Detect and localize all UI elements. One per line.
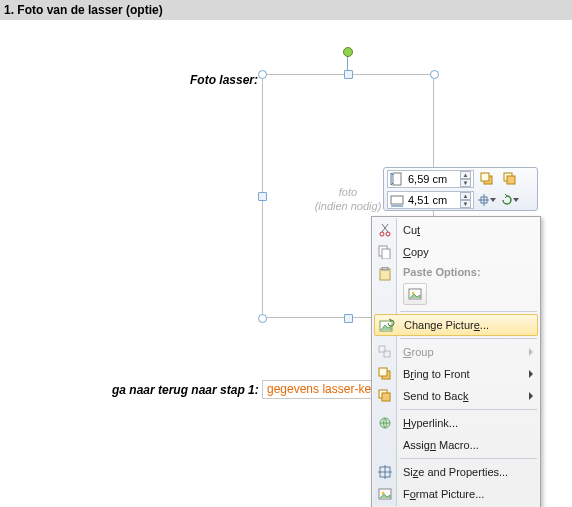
resize-handle-t[interactable]	[344, 70, 353, 79]
mini-toolbar: ▲▼ ▲▼	[383, 167, 538, 211]
menu-label: Format Picture...	[403, 488, 484, 500]
menu-item-bring-to-front[interactable]: Bring to Front	[373, 363, 539, 385]
menu-item-send-to-back[interactable]: Send to Back	[373, 385, 539, 407]
menu-label: Bring to Front	[403, 368, 470, 380]
bring-forward-icon	[480, 172, 494, 186]
paste-option-picture[interactable]	[403, 283, 427, 305]
cut-icon	[377, 222, 393, 238]
menu-separator	[400, 458, 537, 459]
height-spinner[interactable]: ▲▼	[460, 171, 471, 187]
size-properties-icon	[377, 464, 393, 480]
go-back-link[interactable]: gegevens lasser-keu	[262, 380, 383, 399]
svg-rect-25	[379, 368, 387, 376]
copy-icon	[377, 244, 393, 260]
rotate-button[interactable]	[500, 191, 520, 209]
resize-handle-bl[interactable]	[258, 314, 267, 323]
hyperlink-icon	[377, 415, 393, 431]
send-backward-button[interactable]	[500, 170, 520, 188]
document-body: Foto lasser: foto (indien nodig) ga naar…	[0, 20, 572, 48]
paste-icon	[377, 266, 393, 282]
chevron-down-icon	[513, 198, 519, 202]
resize-handle-l[interactable]	[258, 192, 267, 201]
submenu-arrow-icon	[529, 392, 533, 400]
picture-paste-icon	[408, 287, 422, 301]
assign-macro-icon	[377, 437, 393, 453]
menu-separator	[400, 338, 537, 339]
menu-item-paste-options: Paste Options:	[373, 263, 539, 281]
svg-rect-5	[507, 176, 515, 184]
placeholder-line1: foto	[339, 186, 357, 198]
menu-item-hyperlink[interactable]: Hyperlink...	[373, 412, 539, 434]
menu-label: Paste Options:	[403, 266, 481, 278]
context-menu: Cut Copy Paste Options: Change Picture..…	[371, 216, 541, 507]
menu-label: Size and Properties...	[403, 466, 508, 478]
send-to-back-icon	[377, 388, 393, 404]
resize-handle-tr[interactable]	[430, 70, 439, 79]
menu-item-cut[interactable]: Cut	[373, 219, 539, 241]
height-input[interactable]	[407, 173, 457, 185]
menu-label: Assign Macro...	[403, 439, 479, 451]
menu-item-size-properties[interactable]: Size and Properties...	[373, 461, 539, 483]
svg-rect-17	[380, 269, 390, 280]
width-field[interactable]: ▲▼	[387, 191, 474, 209]
menu-item-group: Group	[373, 341, 539, 363]
menu-item-copy[interactable]: Copy	[373, 241, 539, 263]
label-go-back: ga naar terug naar stap 1:	[112, 383, 259, 397]
svg-rect-6	[391, 196, 403, 204]
resize-handle-b[interactable]	[344, 314, 353, 323]
change-picture-icon	[379, 318, 395, 334]
width-spinner[interactable]: ▲▼	[460, 192, 471, 208]
bring-forward-button[interactable]	[477, 170, 497, 188]
submenu-arrow-icon	[529, 370, 533, 378]
menu-label: Send to Back	[403, 390, 468, 402]
svg-rect-16	[382, 249, 390, 259]
width-icon	[390, 193, 404, 207]
send-backward-icon	[503, 172, 517, 186]
menu-label: Group	[403, 346, 434, 358]
width-input[interactable]	[407, 194, 457, 206]
svg-rect-18	[382, 267, 388, 270]
align-icon	[478, 194, 489, 206]
chevron-down-icon	[490, 198, 496, 202]
svg-point-12	[386, 232, 390, 236]
height-field[interactable]: ▲▼	[387, 170, 474, 188]
rotation-handle[interactable]	[343, 47, 353, 57]
section-header: 1. Foto van de lasser (optie)	[0, 0, 572, 20]
bring-to-front-icon	[377, 366, 393, 382]
height-icon	[390, 172, 404, 186]
align-button[interactable]	[477, 191, 497, 209]
menu-label: Copy	[403, 246, 429, 258]
format-picture-icon	[377, 486, 393, 502]
menu-separator	[400, 311, 537, 312]
svg-rect-3	[481, 173, 489, 181]
menu-item-assign-macro[interactable]: Assign Macro...	[373, 434, 539, 456]
svg-point-11	[380, 232, 384, 236]
resize-handle-tl[interactable]	[258, 70, 267, 79]
menu-separator	[400, 409, 537, 410]
submenu-arrow-icon	[529, 348, 533, 356]
group-icon	[377, 344, 393, 360]
menu-item-format-picture[interactable]: Format Picture...	[373, 483, 539, 505]
menu-label: Change Picture...	[404, 319, 489, 331]
menu-label: Hyperlink...	[403, 417, 458, 429]
label-foto-lasser: Foto lasser:	[190, 73, 258, 87]
svg-rect-27	[382, 393, 390, 401]
paste-options-row	[373, 281, 539, 309]
menu-item-change-picture[interactable]: Change Picture...	[374, 314, 538, 336]
svg-rect-0	[393, 173, 401, 185]
rotate-icon	[501, 194, 512, 206]
menu-label: Cut	[403, 224, 420, 236]
placeholder-line2: (indien nodig)	[315, 200, 382, 212]
